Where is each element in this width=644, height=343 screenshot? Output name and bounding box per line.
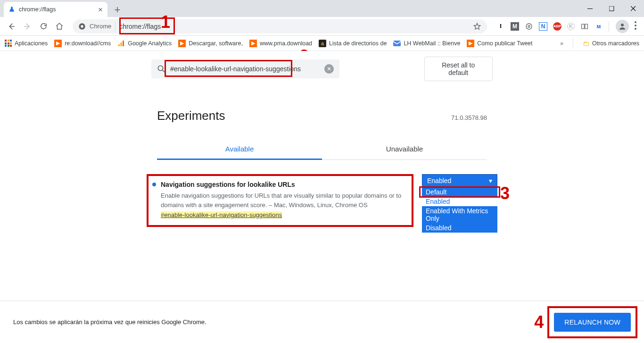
minimize-button[interactable] xyxy=(579,0,601,17)
chrome-version: 71.0.3578.98 xyxy=(451,114,487,121)
bookmark-overflow[interactable]: » xyxy=(560,40,563,47)
chrome-icon xyxy=(78,23,86,30)
folder-icon: 🗀 xyxy=(583,40,589,47)
svg-point-5 xyxy=(528,25,530,27)
ext-icon[interactable]: K xyxy=(567,23,575,30)
reload-button[interactable] xyxy=(37,20,50,33)
address-bar[interactable]: Chrome xyxy=(73,19,487,33)
modified-dot-icon xyxy=(152,183,156,186)
ext-icon[interactable]: M xyxy=(511,22,519,31)
new-tab-button[interactable]: + xyxy=(110,3,124,17)
ext-icon[interactable]: ABP xyxy=(553,22,561,31)
extension-icons: I M N ABP K м xyxy=(496,22,603,31)
tab-available[interactable]: Available xyxy=(157,139,322,160)
other-bookmarks[interactable]: 🗀Otros marcadores xyxy=(583,40,639,47)
ext-icon[interactable] xyxy=(525,22,533,31)
flag-option[interactable]: Default xyxy=(422,187,497,197)
bookmark-icon: ▶ xyxy=(249,40,257,47)
address-origin: Chrome xyxy=(90,23,111,30)
relaunch-message: Los cambios se aplicarán la próxima vez … xyxy=(13,318,206,326)
browser-tab[interactable]: chrome://flags × xyxy=(4,2,107,17)
mail-icon xyxy=(393,40,401,47)
svg-rect-14 xyxy=(123,41,124,46)
bookmark-item[interactable]: ▶re:download//cms xyxy=(54,40,111,47)
svg-rect-1 xyxy=(609,6,614,11)
svg-rect-13 xyxy=(121,42,122,46)
svg-rect-12 xyxy=(118,44,120,46)
relaunch-button[interactable]: RELAUNCH NOW xyxy=(554,313,631,332)
flag-option[interactable]: Enabled xyxy=(422,197,497,206)
ext-icon[interactable]: N xyxy=(539,22,547,31)
flag-tabs: Available Unavailable xyxy=(157,139,487,160)
flags-search[interactable]: ✕ xyxy=(151,59,339,78)
reset-all-button[interactable]: Reset all to default xyxy=(424,57,493,81)
bookmark-bar: Aplicaciones ▶re:download//cms Google An… xyxy=(0,36,644,51)
annotation-number-1: 1 xyxy=(161,12,170,32)
page-content: ✕ Reset all to default Experiments 71.0.… xyxy=(0,51,644,343)
search-icon xyxy=(157,65,165,73)
forward-button xyxy=(21,20,34,33)
tab-title: chrome://flags xyxy=(19,6,56,13)
bookmark-item[interactable]: aLista de directorios de xyxy=(319,40,387,47)
clear-search-button[interactable]: ✕ xyxy=(324,64,334,74)
ext-icon[interactable] xyxy=(580,22,589,31)
svg-point-8 xyxy=(621,24,624,26)
toolbar: Chrome I M N ABP K м xyxy=(0,17,644,36)
flag-option[interactable]: Enabled With Metrics Only xyxy=(422,206,497,223)
svg-point-3 xyxy=(81,25,83,27)
close-icon[interactable]: × xyxy=(98,6,103,14)
svg-point-10 xyxy=(635,25,636,26)
svg-rect-7 xyxy=(585,24,588,29)
flag-option[interactable]: Disabled xyxy=(422,223,497,233)
home-button[interactable] xyxy=(53,20,66,33)
amazon-icon: a xyxy=(319,40,326,47)
ext-icon[interactable]: I xyxy=(496,22,505,31)
window-controls xyxy=(579,0,644,17)
profile-avatar[interactable] xyxy=(616,20,629,33)
tab-unavailable[interactable]: Unavailable xyxy=(322,139,487,160)
chevron-down-icon: ▾ xyxy=(489,177,492,184)
maximize-button[interactable] xyxy=(601,0,622,17)
svg-point-11 xyxy=(635,28,636,30)
star-icon[interactable] xyxy=(473,22,481,31)
bookmark-item[interactable]: ▶Como publicar Tweet xyxy=(467,40,532,47)
close-window-button[interactable] xyxy=(622,0,644,17)
annotation-number-3: 3 xyxy=(500,184,510,203)
relaunch-bar: Los cambios se aplicarán la próxima vez … xyxy=(0,301,644,343)
flask-icon xyxy=(8,6,15,13)
svg-point-16 xyxy=(158,66,163,71)
page-title: Experiments xyxy=(157,109,225,123)
flags-search-input[interactable] xyxy=(170,65,320,73)
apps-shortcut[interactable]: Aplicaciones xyxy=(5,40,48,47)
flag-select-value: Enabled xyxy=(427,177,451,184)
svg-rect-15 xyxy=(393,41,401,46)
flag-dropdown: Default Enabled Enabled With Metrics Onl… xyxy=(422,187,497,233)
bookmark-item[interactable]: ▶Descargar, software, xyxy=(178,40,243,47)
svg-rect-6 xyxy=(582,24,585,29)
flag-anchor[interactable]: #enable-lookalike-url-navigation-suggest… xyxy=(161,211,405,218)
flag-select[interactable]: Enabled ▾ xyxy=(422,174,497,187)
bookmark-icon: ▶ xyxy=(54,40,62,47)
flag-title: Navigation suggestions for lookalike URL… xyxy=(161,181,295,188)
flag-description: Enable navigation suggestions for URLs t… xyxy=(161,191,405,209)
ext-icon[interactable]: м xyxy=(594,22,603,31)
menu-button[interactable] xyxy=(635,21,636,31)
apps-icon xyxy=(5,40,12,47)
back-button[interactable] xyxy=(5,20,18,33)
svg-rect-0 xyxy=(587,8,593,9)
annotation-number-4: 4 xyxy=(534,312,544,332)
bookmark-icon: ▶ xyxy=(178,40,186,47)
bookmark-item[interactable]: LH WebMail :: Bienve xyxy=(393,40,460,47)
flag-row: Navigation suggestions for lookalike URL… xyxy=(147,174,411,229)
bookmark-icon: ▶ xyxy=(467,40,474,47)
analytics-icon xyxy=(117,40,125,47)
svg-point-4 xyxy=(526,24,532,29)
bookmark-item[interactable]: Google Analytics xyxy=(117,40,172,47)
tab-strip: chrome://flags × + xyxy=(0,0,644,17)
svg-point-9 xyxy=(635,21,636,23)
